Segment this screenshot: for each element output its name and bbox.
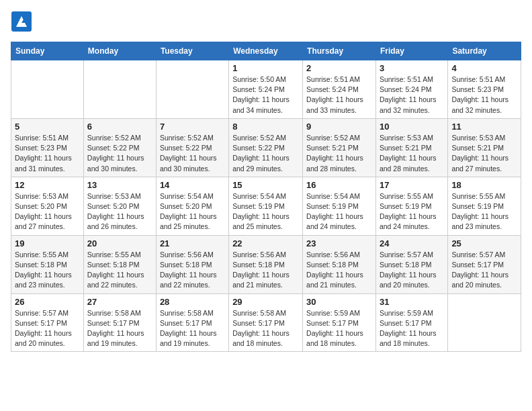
day-info: Sunrise: 5:52 AM Sunset: 5:22 PM Dayligh… <box>232 133 299 174</box>
day-number: 15 <box>232 180 299 190</box>
weekday-header-wednesday: Wednesday <box>229 42 303 60</box>
day-info: Sunrise: 5:58 AM Sunset: 5:17 PM Dayligh… <box>160 308 225 349</box>
day-info: Sunrise: 5:53 AM Sunset: 5:21 PM Dayligh… <box>451 133 517 174</box>
calendar-cell: 2Sunrise: 5:51 AM Sunset: 5:24 PM Daylig… <box>303 60 376 119</box>
day-info: Sunrise: 5:55 AM Sunset: 5:19 PM Dayligh… <box>380 191 444 232</box>
day-number: 10 <box>380 122 444 132</box>
day-number: 2 <box>306 63 372 73</box>
calendar-cell: 10Sunrise: 5:53 AM Sunset: 5:21 PM Dayli… <box>375 118 447 177</box>
day-number: 26 <box>15 297 80 307</box>
calendar-cell: 5Sunrise: 5:51 AM Sunset: 5:23 PM Daylig… <box>11 118 84 177</box>
day-number: 6 <box>87 122 152 132</box>
day-info: Sunrise: 5:57 AM Sunset: 5:17 PM Dayligh… <box>451 250 517 291</box>
day-number: 29 <box>232 297 299 307</box>
day-number: 14 <box>160 180 225 190</box>
calendar-cell: 30Sunrise: 5:59 AM Sunset: 5:17 PM Dayli… <box>303 293 376 352</box>
logo-icon <box>11 11 32 35</box>
week-row-3: 12Sunrise: 5:53 AM Sunset: 5:20 PM Dayli… <box>11 177 521 235</box>
day-info: Sunrise: 5:50 AM Sunset: 5:24 PM Dayligh… <box>232 75 299 116</box>
calendar-cell: 15Sunrise: 5:54 AM Sunset: 5:19 PM Dayli… <box>229 177 303 235</box>
day-info: Sunrise: 5:55 AM Sunset: 5:18 PM Dayligh… <box>87 250 152 291</box>
day-number: 7 <box>160 122 225 132</box>
day-info: Sunrise: 5:54 AM Sunset: 5:19 PM Dayligh… <box>232 191 299 232</box>
day-info: Sunrise: 5:53 AM Sunset: 5:20 PM Dayligh… <box>87 191 152 232</box>
day-info: Sunrise: 5:55 AM Sunset: 5:18 PM Dayligh… <box>15 250 80 291</box>
day-info: Sunrise: 5:51 AM Sunset: 5:24 PM Dayligh… <box>306 75 372 116</box>
day-info: Sunrise: 5:56 AM Sunset: 5:18 PM Dayligh… <box>232 250 299 291</box>
calendar-cell: 4Sunrise: 5:51 AM Sunset: 5:23 PM Daylig… <box>448 60 521 119</box>
day-info: Sunrise: 5:52 AM Sunset: 5:22 PM Dayligh… <box>160 133 225 174</box>
day-number: 3 <box>380 63 444 73</box>
calendar-cell: 12Sunrise: 5:53 AM Sunset: 5:20 PM Dayli… <box>11 177 84 235</box>
day-number: 28 <box>160 297 225 307</box>
calendar-cell: 26Sunrise: 5:57 AM Sunset: 5:17 PM Dayli… <box>11 293 84 352</box>
day-info: Sunrise: 5:56 AM Sunset: 5:18 PM Dayligh… <box>306 250 372 291</box>
weekday-header-row: SundayMondayTuesdayWednesdayThursdayFrid… <box>11 42 521 60</box>
calendar-cell <box>156 60 228 119</box>
day-number: 31 <box>380 297 444 307</box>
day-number: 25 <box>451 238 517 248</box>
calendar-cell: 8Sunrise: 5:52 AM Sunset: 5:22 PM Daylig… <box>229 118 303 177</box>
day-number: 16 <box>306 180 372 190</box>
calendar-cell: 20Sunrise: 5:55 AM Sunset: 5:18 PM Dayli… <box>83 235 156 293</box>
calendar-cell: 31Sunrise: 5:59 AM Sunset: 5:17 PM Dayli… <box>375 293 447 352</box>
day-info: Sunrise: 5:54 AM Sunset: 5:19 PM Dayligh… <box>306 191 372 232</box>
day-number: 9 <box>306 122 372 132</box>
day-info: Sunrise: 5:56 AM Sunset: 5:18 PM Dayligh… <box>160 250 225 291</box>
day-number: 4 <box>451 63 517 73</box>
day-info: Sunrise: 5:53 AM Sunset: 5:20 PM Dayligh… <box>15 191 80 232</box>
day-number: 24 <box>380 238 444 248</box>
calendar-cell: 21Sunrise: 5:56 AM Sunset: 5:18 PM Dayli… <box>156 235 228 293</box>
day-info: Sunrise: 5:55 AM Sunset: 5:19 PM Dayligh… <box>451 191 517 232</box>
calendar-cell: 27Sunrise: 5:58 AM Sunset: 5:17 PM Dayli… <box>83 293 156 352</box>
week-row-1: 1Sunrise: 5:50 AM Sunset: 5:24 PM Daylig… <box>11 60 521 119</box>
day-info: Sunrise: 5:51 AM Sunset: 5:24 PM Dayligh… <box>380 75 444 116</box>
weekday-header-friday: Friday <box>375 42 447 60</box>
day-number: 27 <box>87 297 152 307</box>
day-number: 12 <box>15 180 80 190</box>
calendar-cell: 6Sunrise: 5:52 AM Sunset: 5:22 PM Daylig… <box>83 118 156 177</box>
calendar-cell: 18Sunrise: 5:55 AM Sunset: 5:19 PM Dayli… <box>448 177 521 235</box>
weekday-header-monday: Monday <box>83 42 156 60</box>
day-number: 11 <box>451 122 517 132</box>
day-info: Sunrise: 5:57 AM Sunset: 5:18 PM Dayligh… <box>380 250 444 291</box>
calendar-cell: 28Sunrise: 5:58 AM Sunset: 5:17 PM Dayli… <box>156 293 228 352</box>
day-info: Sunrise: 5:59 AM Sunset: 5:17 PM Dayligh… <box>380 308 444 349</box>
calendar-cell: 19Sunrise: 5:55 AM Sunset: 5:18 PM Dayli… <box>11 235 84 293</box>
calendar-cell: 29Sunrise: 5:58 AM Sunset: 5:17 PM Dayli… <box>229 293 303 352</box>
calendar-cell: 25Sunrise: 5:57 AM Sunset: 5:17 PM Dayli… <box>448 235 521 293</box>
day-info: Sunrise: 5:59 AM Sunset: 5:17 PM Dayligh… <box>306 308 372 349</box>
week-row-4: 19Sunrise: 5:55 AM Sunset: 5:18 PM Dayli… <box>11 235 521 293</box>
calendar-cell: 11Sunrise: 5:53 AM Sunset: 5:21 PM Dayli… <box>448 118 521 177</box>
calendar-body: 1Sunrise: 5:50 AM Sunset: 5:24 PM Daylig… <box>11 60 521 352</box>
day-info: Sunrise: 5:52 AM Sunset: 5:21 PM Dayligh… <box>306 133 372 174</box>
day-info: Sunrise: 5:58 AM Sunset: 5:17 PM Dayligh… <box>87 308 152 349</box>
logo <box>11 11 35 35</box>
calendar-cell: 9Sunrise: 5:52 AM Sunset: 5:21 PM Daylig… <box>303 118 376 177</box>
day-info: Sunrise: 5:53 AM Sunset: 5:21 PM Dayligh… <box>380 133 444 174</box>
weekday-header-tuesday: Tuesday <box>156 42 228 60</box>
day-info: Sunrise: 5:51 AM Sunset: 5:23 PM Dayligh… <box>15 133 80 174</box>
calendar-cell: 1Sunrise: 5:50 AM Sunset: 5:24 PM Daylig… <box>229 60 303 119</box>
calendar-cell <box>448 293 521 352</box>
day-info: Sunrise: 5:54 AM Sunset: 5:20 PM Dayligh… <box>160 191 225 232</box>
day-number: 23 <box>306 238 372 248</box>
day-number: 5 <box>15 122 80 132</box>
day-number: 8 <box>232 122 299 132</box>
calendar-cell: 13Sunrise: 5:53 AM Sunset: 5:20 PM Dayli… <box>83 177 156 235</box>
calendar-cell: 7Sunrise: 5:52 AM Sunset: 5:22 PM Daylig… <box>156 118 228 177</box>
calendar-cell: 17Sunrise: 5:55 AM Sunset: 5:19 PM Dayli… <box>375 177 447 235</box>
calendar-cell: 22Sunrise: 5:56 AM Sunset: 5:18 PM Dayli… <box>229 235 303 293</box>
calendar-table: SundayMondayTuesdayWednesdayThursdayFrid… <box>11 42 521 352</box>
weekday-header-thursday: Thursday <box>303 42 376 60</box>
day-number: 30 <box>306 297 372 307</box>
day-number: 19 <box>15 238 80 248</box>
calendar-cell: 3Sunrise: 5:51 AM Sunset: 5:24 PM Daylig… <box>375 60 447 119</box>
calendar-cell: 23Sunrise: 5:56 AM Sunset: 5:18 PM Dayli… <box>303 235 376 293</box>
calendar-cell <box>83 60 156 119</box>
weekday-header-sunday: Sunday <box>11 42 84 60</box>
calendar-cell: 24Sunrise: 5:57 AM Sunset: 5:18 PM Dayli… <box>375 235 447 293</box>
calendar-cell: 14Sunrise: 5:54 AM Sunset: 5:20 PM Dayli… <box>156 177 228 235</box>
week-row-5: 26Sunrise: 5:57 AM Sunset: 5:17 PM Dayli… <box>11 293 521 352</box>
week-row-2: 5Sunrise: 5:51 AM Sunset: 5:23 PM Daylig… <box>11 118 521 177</box>
